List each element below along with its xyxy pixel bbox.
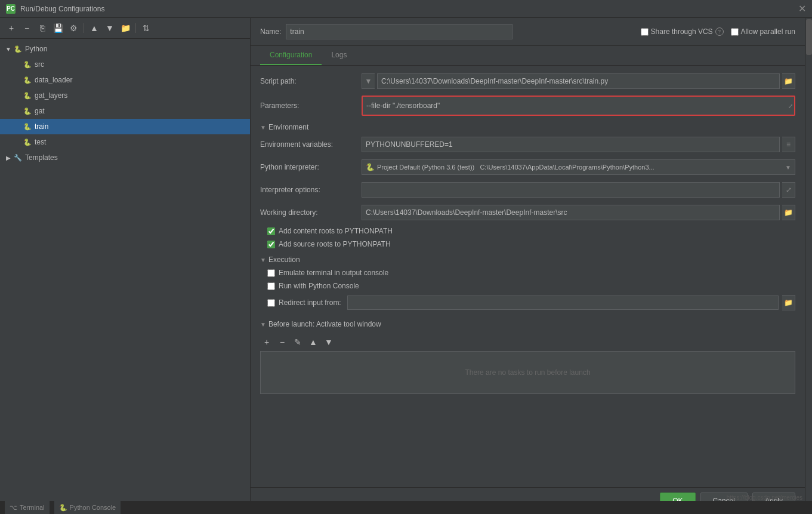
before-launch-add-button[interactable]: +: [260, 336, 273, 349]
src-icon: 🐍: [23, 60, 32, 69]
run-python-console-checkbox[interactable]: [267, 282, 275, 290]
working-dir-folder-button[interactable]: 📁: [782, 205, 795, 220]
add-content-roots-checkbox[interactable]: [267, 227, 275, 235]
before-launch-edit-button[interactable]: ✎: [291, 336, 304, 349]
working-dir-input[interactable]: [362, 205, 780, 220]
environment-arrow-icon: ▼: [260, 124, 266, 131]
folder-button[interactable]: 📁: [119, 21, 132, 35]
train-label: train: [35, 122, 48, 131]
python-console-tab[interactable]: 🐍 Python Console: [54, 501, 121, 514]
add-source-roots-row: Add source roots to PYTHONPATH: [260, 240, 795, 248]
gat-icon: 🐍: [23, 106, 32, 116]
working-dir-control: 📁: [362, 205, 795, 220]
terminal-tab[interactable]: ⌥ Terminal: [5, 501, 50, 514]
redirect-input-checkbox[interactable]: [267, 299, 275, 307]
script-path-control: ▼ 📁: [362, 73, 795, 89]
data-loader-icon: 🐍: [23, 75, 32, 85]
before-launch-remove-button[interactable]: −: [276, 336, 289, 349]
remove-config-button[interactable]: −: [20, 21, 33, 35]
tree-item-gat[interactable]: 🐍 gat: [0, 103, 250, 119]
execution-section-header[interactable]: ▼ Execution: [260, 256, 795, 264]
python-group-icon: 🐍: [13, 44, 23, 54]
interpreter-options-input[interactable]: [362, 182, 780, 198]
move-down-button[interactable]: ▼: [103, 21, 116, 35]
toolbar-separator-2: [135, 23, 136, 33]
interpreter-select[interactable]: 🐍 Project Default (Python 3.6 (test)) C:…: [362, 159, 795, 175]
tree-item-templates[interactable]: ▶ 🔧 Templates: [0, 150, 250, 165]
tree-item-data-loader[interactable]: 🐍 data_loader: [0, 72, 250, 88]
no-arrow-4: [14, 107, 21, 115]
emulate-terminal-label: Emulate terminal in output console: [279, 269, 388, 277]
copy-config-button[interactable]: ⎘: [36, 21, 49, 35]
share-vcs-checkbox[interactable]: [641, 28, 649, 36]
no-arrow-6: [14, 138, 21, 146]
before-launch-down-button[interactable]: ▼: [322, 336, 335, 349]
no-arrow: [14, 61, 21, 68]
env-vars-control: ≡: [362, 137, 795, 152]
test-icon: 🐍: [23, 137, 32, 147]
interpreter-options-control: ⤢: [362, 182, 795, 198]
before-launch-arrow-icon: ▼: [260, 321, 266, 328]
right-panel: Name: Share through VCS ? Allow parallel…: [251, 18, 805, 514]
run-python-console-label: Run with Python Console: [279, 282, 359, 290]
tree-item-gat-layers[interactable]: 🐍 gat_layers: [0, 88, 250, 103]
working-dir-label: Working directory:: [260, 208, 362, 217]
before-launch-header[interactable]: ▼ Before launch: Activate tool window: [260, 320, 795, 328]
tab-logs[interactable]: Logs: [322, 46, 356, 65]
parameters-expand-button[interactable]: ⤢: [788, 103, 793, 109]
tree-item-src[interactable]: 🐍 src: [0, 57, 250, 72]
before-launch-content: There are no tasks to run before launch: [260, 351, 795, 394]
redirect-folder-button[interactable]: 📁: [782, 295, 795, 310]
parameters-input[interactable]: [363, 97, 794, 115]
move-up-button[interactable]: ▲: [88, 21, 101, 35]
add-content-roots-label: Add content roots to PYTHONPATH: [279, 227, 393, 235]
terminal-label: Terminal: [20, 504, 45, 511]
name-input[interactable]: [286, 24, 512, 39]
emulate-terminal-row: Emulate terminal in output console: [260, 269, 795, 277]
tree-item-test[interactable]: 🐍 test: [0, 134, 250, 150]
env-vars-edit-button[interactable]: ≡: [782, 137, 795, 152]
watermark-text: https://blog.csdn.net/mercies: [727, 494, 802, 501]
test-label: test: [35, 138, 46, 146]
settings-config-button[interactable]: ⚙: [67, 21, 80, 35]
config-header: Name: Share through VCS ? Allow parallel…: [251, 18, 805, 46]
interpreter-options-row: Interpreter options: ⤢: [260, 181, 795, 198]
data-loader-label: data_loader: [35, 76, 72, 84]
script-path-folder-button[interactable]: 📁: [782, 73, 795, 89]
no-tasks-text: There are no tasks to run before launch: [265, 356, 790, 389]
close-button[interactable]: ✕: [798, 3, 806, 14]
env-vars-row: Environment variables: ≡: [260, 136, 795, 153]
interpreter-text: Project Default (Python 3.6 (test)) C:\U…: [377, 164, 654, 171]
expand-arrow-templates: ▶: [5, 154, 12, 161]
add-config-button[interactable]: +: [5, 21, 18, 35]
help-icon[interactable]: ?: [715, 27, 724, 36]
redirect-input-field[interactable]: [347, 296, 779, 310]
scrollbar-thumb[interactable]: [806, 19, 812, 55]
templates-label: Templates: [25, 153, 58, 162]
emulate-terminal-checkbox[interactable]: [267, 269, 275, 277]
script-type-dropdown[interactable]: ▼: [362, 73, 375, 89]
parameters-wrapper: ⤢: [362, 96, 795, 116]
right-scrollbar[interactable]: [805, 18, 812, 514]
allow-parallel-checkbox[interactable]: [731, 28, 739, 36]
train-icon: 🐍: [23, 122, 32, 131]
gat-label: gat: [35, 107, 45, 115]
python-interpreter-row: Python interpreter: 🐍 Project Default (P…: [260, 159, 795, 176]
sort-button[interactable]: ⇅: [140, 21, 153, 35]
tree-item-train[interactable]: 🐍 train: [0, 119, 250, 134]
env-vars-input[interactable]: [362, 137, 780, 152]
add-source-roots-checkbox[interactable]: [267, 241, 275, 248]
tree-item-python[interactable]: ▼ 🐍 Python: [0, 41, 250, 57]
script-path-input[interactable]: [377, 73, 780, 89]
interpreter-options-expand-button[interactable]: ⤢: [782, 182, 795, 198]
python-group-label: Python: [25, 45, 47, 53]
environment-section-header[interactable]: ▼ Environment: [260, 123, 795, 131]
sidebar-toolbar: + − ⎘ 💾 ⚙ ▲ ▼ 📁 ⇅: [0, 18, 250, 39]
before-launch-up-button[interactable]: ▲: [307, 336, 320, 349]
share-vcs-label: Share through VCS ?: [641, 27, 724, 36]
no-arrow-2: [14, 76, 21, 84]
save-config-button[interactable]: 💾: [51, 21, 64, 35]
tab-configuration[interactable]: Configuration: [260, 46, 322, 65]
terminal-icon: ⌥: [10, 504, 17, 512]
app-icon: PC: [6, 4, 16, 14]
